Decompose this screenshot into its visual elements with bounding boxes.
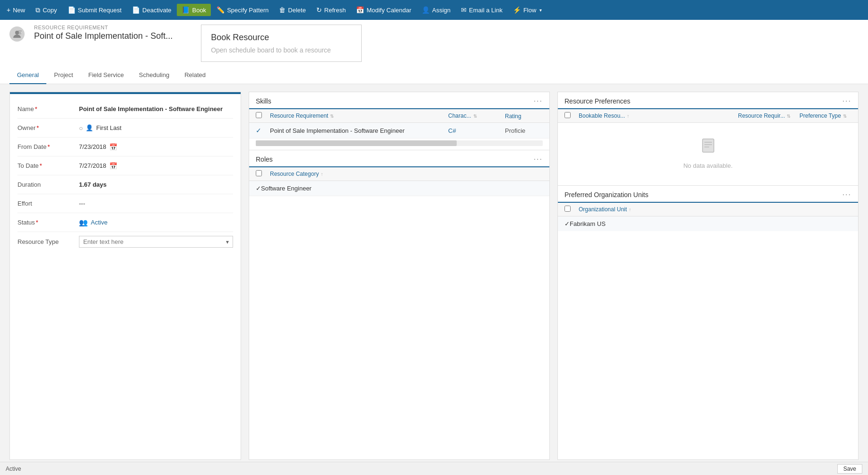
main-content: Name* Point of Sale Implementation - Sof… <box>0 84 868 467</box>
pref-bookable-sort-icon[interactable]: ↑ <box>627 113 629 119</box>
roles-check-all[interactable] <box>256 170 262 176</box>
roles-row-0[interactable]: ✓ Software Engineer <box>249 181 549 196</box>
flow-button[interactable]: ⚡ Flow ▾ <box>508 4 547 16</box>
resource-type-dropdown[interactable]: ▾ <box>79 236 233 248</box>
center-panel: Skills ··· Resource Requirement ⇅ Charac… <box>249 92 550 460</box>
record-icon-area <box>9 25 25 42</box>
skills-char-col: Charac... ⇅ <box>448 112 505 119</box>
new-button[interactable]: + New <box>2 4 30 16</box>
svg-rect-2 <box>18 32 21 33</box>
preferred-org-units-header: Preferred Organization Units ··· <box>558 186 858 203</box>
resource-preferences-more-button[interactable]: ··· <box>842 97 851 105</box>
owner-label: Owner* <box>17 124 79 131</box>
from-date-calendar-icon[interactable]: 📅 <box>109 143 117 151</box>
copy-button[interactable]: ⧉ Copy <box>31 4 61 17</box>
book-button[interactable]: 📘 Book <box>177 4 211 16</box>
roles-title: Roles <box>256 155 273 163</box>
org-unit-sort-icon[interactable]: ↑ <box>629 207 631 212</box>
skills-rating-col-header[interactable]: Rating <box>505 113 521 120</box>
resource-type-value[interactable]: ▾ <box>79 236 233 248</box>
roles-category-col-header[interactable]: Resource Category <box>270 171 319 177</box>
pref-type-col-header[interactable]: Preference Type <box>799 112 841 119</box>
org-unit-col: Organizational Unit ↑ <box>579 206 851 213</box>
tabs: General Project Field Service Scheduling… <box>9 67 859 84</box>
resource-type-label: Resource Type <box>17 238 79 245</box>
skills-check-col <box>256 112 270 120</box>
effort-label: Effort <box>17 200 79 207</box>
record-type: RESOURCE REQUIREMENT <box>34 25 173 30</box>
status-value: 👥 Active <box>79 218 233 227</box>
pref-bookable-col-header[interactable]: Bookable Resou... <box>579 112 625 119</box>
roles-sort-icon[interactable]: ↑ <box>321 172 323 177</box>
form-row-status: Status* 👥 Active <box>17 213 233 232</box>
email-link-button[interactable]: ✉ Email a Link <box>456 4 507 16</box>
person-icon: 👤 <box>422 6 430 14</box>
org-unit-col-header[interactable]: Organizational Unit <box>579 206 627 213</box>
tab-general[interactable]: General <box>9 67 46 84</box>
from-date-label: From Date* <box>17 143 79 150</box>
refresh-icon: ↻ <box>316 6 322 14</box>
toolbar: + New ⧉ Copy 📄 Submit Request 📄 Deactiva… <box>0 0 868 20</box>
roles-name-col: Resource Category ↑ <box>270 171 543 177</box>
roles-header: Roles ··· <box>249 150 549 167</box>
skills-req-col-header[interactable]: Resource Requirement <box>270 112 328 119</box>
modify-calendar-button[interactable]: 📅 Modify Calendar <box>351 4 416 16</box>
roles-more-button[interactable]: ··· <box>534 155 543 164</box>
pref-requir-sort-icon[interactable]: ⇅ <box>787 113 790 119</box>
deactivate-button[interactable]: 📄 Deactivate <box>127 4 176 16</box>
tab-scheduling[interactable]: Scheduling <box>131 67 177 84</box>
svg-rect-1 <box>18 31 22 31</box>
resource-preferences-subgrid: Resource Preferences ··· Bookable Resou.… <box>558 92 858 183</box>
tab-related[interactable]: Related <box>177 67 213 84</box>
refresh-button[interactable]: ↻ Refresh <box>312 4 351 16</box>
name-label: Name* <box>17 105 79 112</box>
submit-request-button[interactable]: 📄 Submit Request <box>63 4 127 16</box>
skills-scrollbar[interactable] <box>256 140 543 146</box>
pref-type-sort-icon[interactable]: ⇅ <box>843 113 847 119</box>
book-icon: 📘 <box>182 6 190 14</box>
org-row-unit: Fabrikam US <box>570 220 606 227</box>
save-button[interactable]: Save <box>837 464 862 474</box>
resource-type-input[interactable] <box>83 238 226 245</box>
skills-row-0[interactable]: ✓ Point of Sale Implementation - Softwar… <box>249 123 549 138</box>
org-check-all[interactable] <box>564 206 571 212</box>
org-row-check[interactable]: ✓ <box>564 220 570 227</box>
pref-check-all[interactable] <box>564 112 571 118</box>
org-row-0[interactable]: ✓ Fabrikam US <box>558 216 858 231</box>
preferred-org-units-more-button[interactable]: ··· <box>842 190 851 199</box>
resource-preferences-header: Resource Preferences ··· <box>558 92 858 109</box>
tab-project[interactable]: Project <box>46 67 80 84</box>
skills-check-all[interactable] <box>256 112 262 118</box>
book-resource-subtitle: Open schedule board to book a resource <box>211 46 352 54</box>
status-bar-text: Active <box>6 466 21 472</box>
skills-more-button[interactable]: ··· <box>534 97 543 105</box>
owner-link[interactable]: First Last <box>96 124 121 131</box>
assign-button[interactable]: 👤 Assign <box>417 4 455 16</box>
from-date-value: 7/23/2018 📅 <box>79 143 233 151</box>
tab-field-service[interactable]: Field Service <box>81 67 131 84</box>
specify-pattern-button[interactable]: ✏️ Specify Pattern <box>212 4 273 16</box>
skills-char-col-header[interactable]: Charac... <box>448 112 471 119</box>
to-date-label: To Date* <box>17 162 79 169</box>
skills-req-sort-icon[interactable]: ⇅ <box>330 113 334 119</box>
deactivate-icon: 📄 <box>132 6 140 14</box>
roles-row-category: Software Engineer <box>261 185 312 192</box>
skills-row-check[interactable]: ✓ <box>256 127 270 134</box>
preferred-org-units-subgrid: Preferred Organization Units ··· Organiz… <box>558 185 858 231</box>
record-avatar <box>9 26 25 42</box>
delete-button[interactable]: 🗑 Delete <box>274 4 311 16</box>
skills-char-sort-icon[interactable]: ⇅ <box>473 113 477 119</box>
svg-rect-3 <box>18 34 21 34</box>
form-row-effort: Effort --- <box>17 194 233 213</box>
skills-row-name: Point of Sale Implementation - Software … <box>270 127 448 134</box>
skills-row-rating: Proficie <box>505 127 543 134</box>
roles-columns: Resource Category ↑ <box>249 167 549 181</box>
person-icon-sm: 👤 <box>86 124 93 131</box>
header-area: RESOURCE REQUIREMENT Point of Sale Imple… <box>0 20 868 84</box>
status-label: Status* <box>17 219 79 226</box>
to-date-calendar-icon[interactable]: 📅 <box>109 162 117 170</box>
resource-preferences-no-data: No data available. <box>558 123 858 183</box>
pref-requir-col-header[interactable]: Resource Requir... <box>738 112 785 119</box>
circle-icon: ○ <box>79 124 83 132</box>
roles-row-check[interactable]: ✓ <box>256 185 261 192</box>
